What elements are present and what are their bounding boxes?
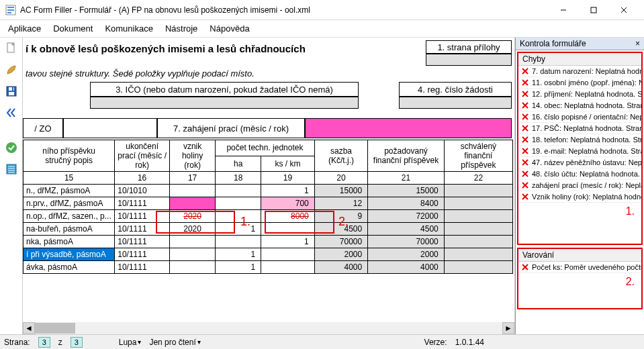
table-cell[interactable]: 10/1010 — [115, 185, 170, 197]
table-cell[interactable] — [444, 236, 512, 248]
error-item[interactable]: zahájení prací (mesíc / rok): Nepla... — [518, 180, 641, 191]
table-cell[interactable]: n., dřMZ, pásmoA — [24, 185, 115, 197]
table-cell[interactable]: í při výsadbě, pásmoA — [24, 248, 115, 261]
table-cell[interactable]: 15000 — [368, 185, 445, 197]
table-cell[interactable]: 2000 — [314, 248, 367, 261]
zoom-dropdown[interactable]: Lupa▾ — [119, 338, 142, 347]
table-cell[interactable]: 10/1111 — [115, 236, 170, 248]
table-cell[interactable]: 15000 — [314, 185, 367, 197]
maximize-button[interactable] — [578, 0, 608, 20]
table-cell[interactable] — [444, 185, 512, 197]
table-cell[interactable] — [216, 210, 261, 223]
table-cell[interactable]: n.op., dřMZ, sazen., p... — [24, 210, 115, 223]
table-cell[interactable] — [261, 223, 314, 236]
table-cell[interactable]: 4000 — [368, 261, 445, 274]
table-row[interactable]: n.op., dřMZ, sazen., p...10/111120208000… — [24, 210, 513, 223]
table-cell[interactable]: ávka, pásmoA — [24, 261, 115, 274]
warning-item[interactable]: Počet ks: Poměr uvedeného počtu ... — [518, 262, 641, 273]
table-cell[interactable] — [170, 197, 216, 210]
table-cell[interactable] — [261, 248, 314, 261]
table-cell[interactable]: 2020 — [170, 210, 216, 223]
table-cell[interactable]: 2020 — [170, 223, 216, 236]
table-cell[interactable]: 10/1111 — [115, 248, 170, 261]
table-cell[interactable]: 4500 — [314, 223, 367, 236]
table-cell[interactable]: na-buřeň, pásmoA — [24, 223, 115, 236]
table-row[interactable]: na-buřeň, pásmoA10/11112020145004500 — [24, 223, 513, 236]
error-item[interactable]: 16. číslo popisné / orientační: Nepl... — [518, 111, 641, 123]
table-cell[interactable]: nka, pásmoA — [24, 236, 115, 248]
table-cell[interactable]: 8000 — [261, 210, 314, 223]
table-cell[interactable]: 1 — [261, 236, 314, 248]
table-cell[interactable] — [444, 210, 512, 223]
table-cell[interactable]: 4500 — [368, 223, 445, 236]
error-item[interactable]: 47. název pěněžního ústavu: Nepl... — [518, 157, 641, 168]
readonly-dropdown[interactable]: Jen pro čtení▾ — [149, 338, 200, 347]
error-item[interactable]: 17. PSČ: Neplatná hodnota. Strana... — [518, 123, 641, 134]
menu-dokument[interactable]: Dokument — [53, 23, 93, 34]
table-cell[interactable] — [170, 236, 216, 248]
table-row[interactable]: n., dřMZ, pásmoA10/101011500015000 — [24, 185, 513, 197]
collapse-left-icon[interactable] — [3, 105, 19, 121]
scroll-thumb[interactable] — [35, 323, 75, 334]
table-row[interactable]: í při výsadbě, pásmoA10/1111120002000 — [24, 248, 513, 261]
table-cell[interactable]: 10/1111 — [115, 197, 170, 210]
error-item[interactable]: 19. e-mail: Neplatná hodnota. Stran... — [518, 146, 641, 157]
close-button[interactable] — [608, 0, 639, 20]
table-cell[interactable]: 10/1111 — [115, 210, 170, 223]
error-item[interactable]: 14. obec: Neplatná hodnota. Stran... — [518, 100, 641, 111]
page-current[interactable]: 3 — [38, 337, 50, 348]
table-row[interactable]: n.prv., dřMZ, pásmoA10/1111700128400 — [24, 197, 513, 210]
error-item[interactable]: 12. příjmení: Neplatná hodnota. Str... — [518, 89, 641, 100]
error-item[interactable]: 48. číslo účtu: Neplatná hodnota. S... — [518, 168, 641, 180]
table-row[interactable]: ávka, pásmoA10/1111140004000 — [24, 261, 513, 274]
scroll-right-icon[interactable]: ► — [502, 322, 514, 334]
menu-aplikace[interactable]: Aplikace — [8, 23, 41, 34]
table-cell[interactable]: 1 — [216, 248, 261, 261]
scroll-left-icon[interactable]: ◄ — [23, 322, 35, 334]
table-cell[interactable] — [444, 261, 512, 274]
form-view[interactable]: í k obnově lesů poškozených imisemi a le… — [23, 38, 515, 334]
leaf-icon[interactable] — [3, 62, 19, 78]
row7-value-pink[interactable] — [305, 118, 512, 138]
table-cell[interactable]: 700 — [261, 197, 314, 210]
table-cell[interactable]: 70000 — [314, 236, 367, 248]
error-item[interactable]: 7. datum narození: Neplatná hodno... — [518, 66, 641, 77]
new-doc-icon[interactable] — [3, 40, 19, 56]
form-icon[interactable] — [3, 161, 19, 177]
table-cell[interactable]: 70000 — [368, 236, 445, 248]
table-cell[interactable]: 2000 — [368, 248, 445, 261]
menu-komunikace[interactable]: Komunikace — [105, 23, 153, 34]
zo-value[interactable] — [63, 118, 157, 138]
table-cell[interactable] — [170, 261, 216, 274]
table-cell[interactable] — [261, 261, 314, 274]
table-cell[interactable] — [216, 197, 261, 210]
horizontal-scrollbar[interactable]: ◄ ► — [23, 322, 514, 334]
table-cell[interactable]: 1 — [261, 185, 314, 197]
error-item[interactable]: 11. osobní jméno (popř. jména): Ne... — [518, 77, 641, 89]
table-cell[interactable]: n.prv., dřMZ, pásmoA — [24, 197, 115, 210]
error-item[interactable]: Vznik holiny (rok): Neplatná hodnot... — [518, 191, 641, 203]
menu-napoveda[interactable]: Nápověda — [210, 23, 249, 34]
table-cell[interactable] — [216, 185, 261, 197]
minimize-button[interactable] — [548, 0, 578, 20]
table-cell[interactable]: 4000 — [314, 261, 367, 274]
table-cell[interactable]: 1 — [216, 261, 261, 274]
table-cell[interactable] — [444, 223, 512, 236]
table-cell[interactable] — [170, 248, 216, 261]
scroll-track[interactable] — [35, 322, 502, 334]
validation-close-icon[interactable]: × — [635, 39, 640, 48]
table-cell[interactable]: 9 — [314, 210, 367, 223]
menu-nastroje[interactable]: Nástroje — [165, 23, 197, 34]
warnings-list[interactable]: Počet ks: Poměr uvedeného počtu ... — [518, 262, 641, 273]
table-cell[interactable] — [216, 236, 261, 248]
table-cell[interactable]: 10/1111 — [115, 261, 170, 274]
table-cell[interactable] — [444, 197, 512, 210]
table-cell[interactable]: 72000 — [368, 210, 445, 223]
errors-list[interactable]: 7. datum narození: Neplatná hodno...11. … — [518, 66, 641, 203]
table-cell[interactable]: 1 — [216, 223, 261, 236]
check-icon[interactable] — [3, 140, 19, 156]
table-cell[interactable]: 10/1111 — [115, 223, 170, 236]
table-cell[interactable]: 12 — [314, 197, 367, 210]
table-row[interactable]: nka, pásmoA10/111117000070000 — [24, 236, 513, 248]
error-item[interactable]: 18. telefon: Neplatná hodnota. Str... — [518, 134, 641, 146]
